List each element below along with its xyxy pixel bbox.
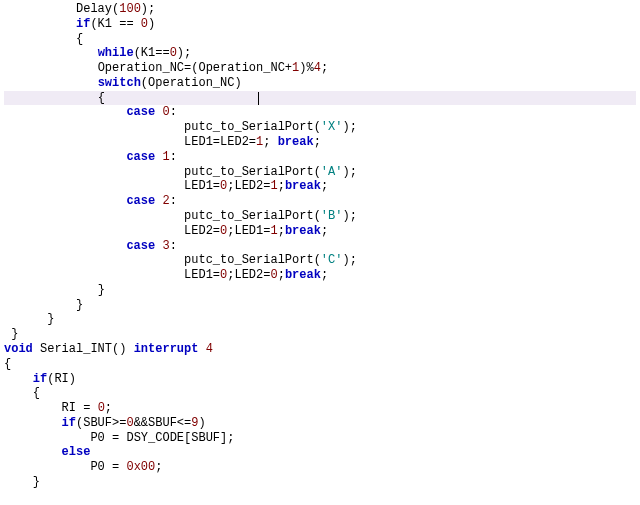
code-token: if <box>76 17 90 31</box>
code-token: case <box>126 194 155 208</box>
code-token: putc_to_SerialPort( <box>184 253 321 267</box>
code-line[interactable]: switch(Operation_NC) <box>4 76 636 91</box>
code-token: ); <box>177 46 191 60</box>
code-token: RI = <box>62 401 98 415</box>
code-token: 0 <box>98 401 105 415</box>
code-token: (RI) <box>47 372 76 386</box>
code-line[interactable]: LED2=0;LED1=1;break; <box>4 224 636 239</box>
code-line[interactable]: while(K1==0); <box>4 46 636 61</box>
code-line[interactable]: } <box>4 327 636 342</box>
code-line[interactable]: case 3: <box>4 239 636 254</box>
code-token: 100 <box>119 2 141 16</box>
code-line[interactable]: if(K1 == 0) <box>4 17 636 32</box>
code-line[interactable]: LED1=LED2=1; break; <box>4 135 636 150</box>
code-line[interactable]: putc_to_SerialPort('A'); <box>4 165 636 180</box>
code-token: } <box>11 327 18 341</box>
code-token: ); <box>342 253 356 267</box>
code-token: Serial_INT() <box>33 342 134 356</box>
code-token: (SBUF>= <box>76 416 126 430</box>
code-line[interactable]: { <box>4 91 636 106</box>
code-token: : <box>170 239 177 253</box>
code-token: while <box>98 46 134 60</box>
code-token: ; <box>278 179 285 193</box>
code-token: 4 <box>314 61 321 75</box>
code-token: 0 <box>126 416 133 430</box>
code-token: break <box>278 135 314 149</box>
code-line[interactable]: putc_to_SerialPort('B'); <box>4 209 636 224</box>
code-line[interactable]: void Serial_INT() interrupt 4 <box>4 342 636 357</box>
code-line[interactable]: LED1=0;LED2=0;break; <box>4 268 636 283</box>
code-token: 0x00 <box>126 460 155 474</box>
code-token: case <box>126 239 155 253</box>
code-token: } <box>47 312 54 326</box>
code-line[interactable]: } <box>4 298 636 313</box>
code-editor-viewport[interactable]: Delay(100); if(K1 == 0) { while(K1==0); … <box>0 0 640 492</box>
code-token: case <box>126 150 155 164</box>
code-token: ;LED2= <box>227 179 270 193</box>
code-token: ; <box>321 224 328 238</box>
code-token: LED1= <box>184 179 220 193</box>
code-line[interactable]: if(SBUF>=0&&SBUF<=9) <box>4 416 636 431</box>
code-line[interactable]: case 2: <box>4 194 636 209</box>
code-line[interactable]: } <box>4 283 636 298</box>
code-line[interactable]: if(RI) <box>4 372 636 387</box>
code-token: 0 <box>141 17 148 31</box>
code-line[interactable]: Operation_NC=(Operation_NC+1)%4; <box>4 61 636 76</box>
code-token: if <box>33 372 47 386</box>
code-token: 1 <box>270 179 277 193</box>
code-token: ); <box>342 209 356 223</box>
code-token: 'A' <box>321 165 343 179</box>
code-line[interactable]: else <box>4 445 636 460</box>
code-token: else <box>62 445 91 459</box>
code-token: } <box>33 475 40 489</box>
code-token: ); <box>342 165 356 179</box>
code-line[interactable]: { <box>4 357 636 372</box>
code-token: : <box>170 194 177 208</box>
code-token: 'B' <box>321 209 343 223</box>
code-token: ; <box>321 268 328 282</box>
code-token: ; <box>314 135 321 149</box>
text-caret <box>258 92 259 105</box>
code-token: break <box>285 224 321 238</box>
code-token: &&SBUF<= <box>134 416 192 430</box>
code-line[interactable]: } <box>4 312 636 327</box>
code-token: P0 = DSY_CODE[SBUF]; <box>90 431 234 445</box>
code-token: LED1= <box>184 268 220 282</box>
code-token: case <box>126 105 155 119</box>
code-line[interactable]: { <box>4 32 636 47</box>
code-token: ; <box>321 179 328 193</box>
code-line[interactable]: RI = 0; <box>4 401 636 416</box>
code-token: { <box>4 357 11 371</box>
code-line[interactable]: case 1: <box>4 150 636 165</box>
code-line[interactable]: } <box>4 475 636 490</box>
code-token: 3 <box>162 239 169 253</box>
code-line[interactable]: putc_to_SerialPort('X'); <box>4 120 636 135</box>
code-token: if <box>62 416 76 430</box>
code-line[interactable]: case 0: <box>4 105 636 120</box>
code-token: putc_to_SerialPort( <box>184 120 321 134</box>
code-token: void <box>4 342 33 356</box>
code-token: switch <box>98 76 141 90</box>
code-token: ; <box>105 401 112 415</box>
code-token: { <box>76 32 83 46</box>
code-line[interactable]: putc_to_SerialPort('C'); <box>4 253 636 268</box>
code-line[interactable]: Delay(100); <box>4 2 636 17</box>
code-line[interactable]: { <box>4 386 636 401</box>
code-token: { <box>33 386 40 400</box>
code-token: : <box>170 150 177 164</box>
code-token: ); <box>141 2 155 16</box>
code-token: putc_to_SerialPort( <box>184 165 321 179</box>
code-line[interactable]: LED1=0;LED2=1;break; <box>4 179 636 194</box>
code-token: (K1 == <box>90 17 140 31</box>
code-token: 0 <box>170 46 177 60</box>
code-line[interactable]: P0 = DSY_CODE[SBUF]; <box>4 431 636 446</box>
code-token: (K1== <box>134 46 170 60</box>
code-token <box>198 342 205 356</box>
code-token: : <box>170 105 177 119</box>
code-token: 0 <box>270 268 277 282</box>
code-token: ) <box>198 416 205 430</box>
code-line[interactable]: P0 = 0x00; <box>4 460 636 475</box>
code-token: )% <box>299 61 313 75</box>
code-token: LED2= <box>184 224 220 238</box>
code-token: ); <box>342 120 356 134</box>
